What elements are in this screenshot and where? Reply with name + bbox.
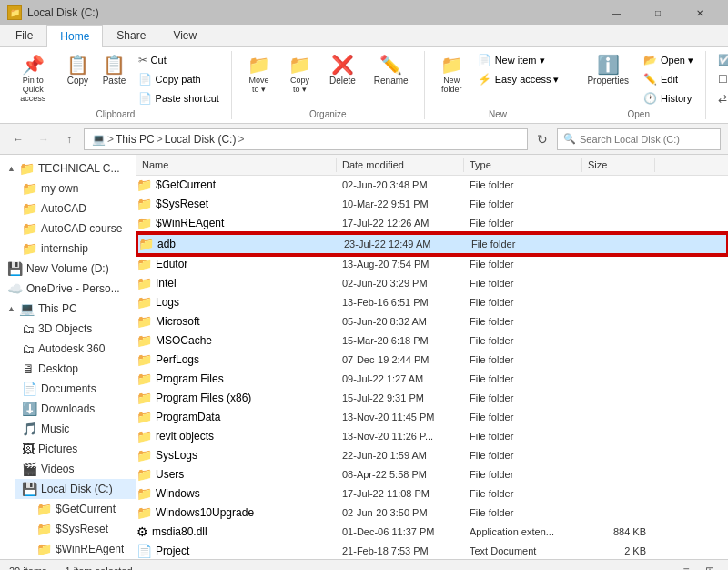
paste-button[interactable]: 📋 Paste <box>96 51 131 90</box>
file-row[interactable]: 📁 Program Files (x86) 15-Jul-22 9:31 PM … <box>136 389 728 408</box>
file-row[interactable]: 📁 Microsoft 05-Jun-20 8:32 AM File folde… <box>136 312 728 331</box>
col-header-size[interactable]: Size <box>582 158 655 172</box>
sidebar-item-winreagent[interactable]: 📁 $WinREAgent <box>29 539 136 559</box>
sidebar-item-autocad[interactable]: 📁 AutoCAD <box>15 198 136 219</box>
file-name: SysLogs <box>156 449 197 462</box>
file-icon: 📁 <box>136 467 152 482</box>
sidebar-item-getcurrent[interactable]: 📁 $GetCurrent <box>29 499 136 519</box>
path-local-disk[interactable]: Local Disk (C:) <box>165 133 237 146</box>
sidebar-item-my-own[interactable]: 📁 my own <box>15 178 136 198</box>
sidebar-item-autocad-course[interactable]: 📁 AutoCAD course <box>15 219 136 239</box>
file-date: 13-Aug-20 7:54 PM <box>337 258 464 270</box>
address-path[interactable]: 💻 > This PC > Local Disk (C:) > <box>84 128 528 150</box>
history-button[interactable]: 🕐 History <box>639 89 698 107</box>
file-row[interactable]: 📁 SysLogs 22-Jun-20 1:59 AM File folder <box>136 446 728 465</box>
sidebar-item-new-volume[interactable]: 💾 New Volume (D:) <box>0 259 136 279</box>
back-button[interactable]: ← <box>7 128 29 150</box>
easy-access-button[interactable]: ⚡ Easy access ▾ <box>473 70 564 88</box>
new-folder-button[interactable]: 📁 Newfolder <box>432 51 471 98</box>
close-button[interactable] <box>679 0 721 25</box>
maximize-button[interactable] <box>637 0 679 25</box>
new-item-button[interactable]: 📄 New item ▾ <box>473 51 564 69</box>
tab-view[interactable]: View <box>159 25 210 46</box>
new-folder-label: Newfolder <box>441 76 462 94</box>
col-header-name[interactable]: Name <box>136 158 337 172</box>
invert-selection-button[interactable]: ⇄ Invert selection <box>713 89 728 107</box>
file-row[interactable]: 📁 MSOCache 15-Mar-20 6:18 PM File folder <box>136 331 728 351</box>
sidebar-item-autodesk[interactable]: 🗂 Autodesk 360 <box>15 339 136 359</box>
sidebar-item-local-disk[interactable]: 💾 Local Disk (C:) <box>15 479 136 499</box>
file-row[interactable]: 📄 Project 21-Feb-18 7:53 PM Text Documen… <box>136 542 728 559</box>
tab-file[interactable]: File <box>2 25 46 46</box>
edit-button[interactable]: ✏️ Edit <box>639 70 698 88</box>
sidebar-item-this-pc[interactable]: ▲ 💻 This PC <box>0 299 136 319</box>
path-this-pc[interactable]: This PC <box>116 133 155 146</box>
documents-icon: 📄 <box>22 382 37 396</box>
sidebar-item-videos[interactable]: 🎬 Videos <box>15 459 136 479</box>
sidebar-item-music[interactable]: 🎵 Music <box>15 419 136 439</box>
sidebar-label: my own <box>41 182 78 195</box>
file-row[interactable]: 📁 ProgramData 13-Nov-20 11:45 PM File fo… <box>136 408 728 427</box>
file-row[interactable]: 📁 Windows 17-Jul-22 11:08 PM File folder <box>136 484 728 504</box>
select-none-icon: ☐ <box>718 73 728 86</box>
expand-icon: ▲ <box>7 304 15 313</box>
view-tiles-button[interactable]: ⊞ <box>701 562 719 571</box>
sidebar-item-sysreset[interactable]: 📁 $SysReset <box>29 519 136 539</box>
file-row[interactable]: 📁 Intel 02-Jun-20 3:29 PM File folder <box>136 274 728 293</box>
copy-button[interactable]: 📋 Copy <box>60 51 95 90</box>
properties-button[interactable]: ℹ️ Properties <box>579 51 637 90</box>
file-row[interactable]: 📁 $SysReset 10-Mar-22 9:51 PM File folde… <box>136 195 728 214</box>
file-icon: 📁 <box>136 178 152 192</box>
up-button[interactable]: ↑ <box>58 128 80 150</box>
file-size <box>582 263 655 265</box>
file-row[interactable]: 📁 Edutor 13-Aug-20 7:54 PM File folder <box>136 255 728 274</box>
sidebar-item-pictures[interactable]: 🖼 Pictures <box>15 439 136 459</box>
new-folder-icon: 📁 <box>440 56 463 74</box>
file-row[interactable]: 📁 $GetCurrent 02-Jun-20 3:48 PM File fol… <box>136 176 728 195</box>
select-all-button[interactable]: ☑️ Select all <box>713 51 728 69</box>
paste-shortcut-button[interactable]: 📄 Paste shortcut <box>134 89 224 107</box>
file-row[interactable]: ⚙ msdia80.dll 01-Dec-06 11:37 PM Applica… <box>136 523 728 542</box>
file-row[interactable]: 📁 PerfLogs 07-Dec-19 2:44 PM File folder <box>136 351 728 370</box>
file-name: revit objects <box>156 430 214 443</box>
file-date: 13-Feb-16 6:51 PM <box>337 296 464 309</box>
copy-path-button[interactable]: 📄 Copy path <box>134 70 224 88</box>
select-none-button[interactable]: ☐ Select none <box>713 70 728 88</box>
file-type: File folder <box>464 487 582 500</box>
delete-button[interactable]: ❌ Delete <box>321 51 364 90</box>
file-row[interactable]: 📁 Windows10Upgrade 02-Jun-20 3:50 PM Fil… <box>136 504 728 523</box>
sidebar-item-3d-objects[interactable]: 🗂 3D Objects <box>15 319 136 339</box>
cut-icon: ✂ <box>138 54 147 66</box>
file-row[interactable]: 📁 $WinREAgent 17-Jul-22 12:26 AM File fo… <box>136 214 728 233</box>
pin-quick-access-button[interactable]: 📌 Pin to Quickaccess <box>7 51 58 107</box>
col-header-date[interactable]: Date modified <box>337 158 464 172</box>
sidebar-item-downloads[interactable]: ⬇️ Downloads <box>15 399 136 419</box>
view-details-button[interactable]: ≡ <box>677 562 695 571</box>
cut-button[interactable]: ✂ Cut <box>134 51 224 69</box>
copy-to-button[interactable]: 📁 Copyto ▾ <box>280 51 319 98</box>
file-icon: 📁 <box>136 295 152 310</box>
file-row[interactable]: 📁 Users 08-Apr-22 5:58 PM File folder <box>136 465 728 484</box>
search-input[interactable] <box>580 134 714 145</box>
move-to-button[interactable]: 📁 Moveto ▾ <box>239 51 278 98</box>
file-row[interactable]: 📁 Program Files 09-Jul-22 1:27 AM File f… <box>136 370 728 389</box>
tab-home[interactable]: Home <box>46 25 103 47</box>
sidebar-item-technical[interactable]: ▲ 📁 TECHNICAL C... <box>0 158 136 178</box>
col-header-type[interactable]: Type <box>464 158 582 172</box>
open-button[interactable]: 📂 Open ▾ <box>639 51 698 69</box>
window-controls <box>595 0 721 25</box>
file-row[interactable]: 📁 Logs 13-Feb-16 6:51 PM File folder <box>136 293 728 312</box>
forward-button[interactable]: → <box>33 128 55 150</box>
desktop-icon: 🖥 <box>22 361 35 376</box>
sidebar-item-documents[interactable]: 📄 Documents <box>15 379 136 399</box>
sidebar-item-desktop[interactable]: 🖥 Desktop <box>15 359 136 379</box>
minimize-button[interactable] <box>595 0 637 25</box>
sidebar-item-internship[interactable]: 📁 internship <box>15 239 136 259</box>
file-row[interactable]: 📁 revit objects 13-Nov-20 11:26 P... Fil… <box>136 427 728 446</box>
rename-button[interactable]: ✏️ Rename <box>366 51 417 90</box>
sidebar-item-onedrive[interactable]: ☁️ OneDrive - Perso... <box>0 279 136 299</box>
file-name-cell: 📁 Users <box>136 467 337 482</box>
file-row[interactable]: 📁 adb 23-Jul-22 12:49 AM File folder <box>136 233 728 255</box>
refresh-button[interactable]: ↻ <box>531 128 553 150</box>
tab-share[interactable]: Share <box>103 25 159 46</box>
